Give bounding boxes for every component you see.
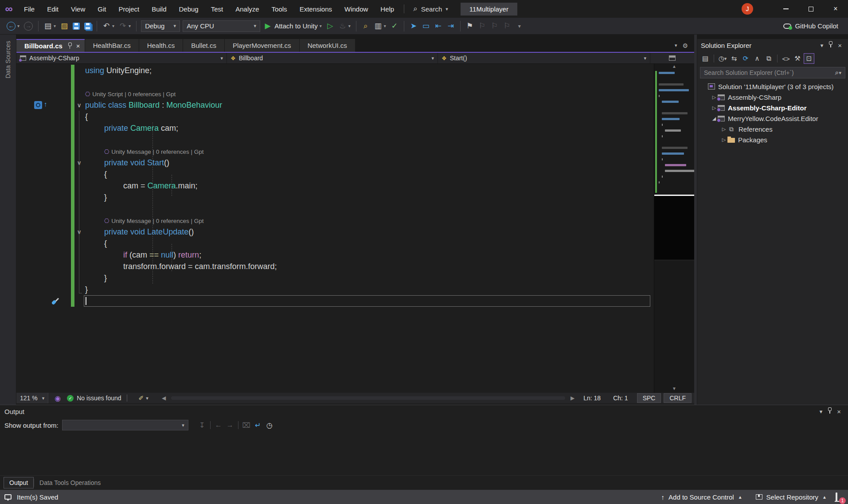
select-repository-button[interactable]: Select Repository ▲ <box>751 493 831 501</box>
code-line[interactable]: cam = Camera.main; <box>16 180 654 191</box>
search-box[interactable]: ⌕ Search ▾ <box>409 3 453 15</box>
word-wrap-button[interactable]: ↵ <box>252 420 264 430</box>
spell-checker-button[interactable]: ✓ <box>388 20 401 32</box>
code-line[interactable]: } <box>16 284 654 295</box>
time-info-button[interactable]: ◷ <box>264 420 275 430</box>
clear-all-button[interactable]: ⌧ <box>241 420 252 430</box>
redo-button[interactable]: ↷▾ <box>117 20 133 32</box>
document-health-indicator[interactable]: ✓ No issues found <box>67 395 121 402</box>
menu-view[interactable]: View <box>66 4 90 15</box>
view-code-button[interactable]: <> <box>781 53 791 64</box>
user-avatar[interactable]: J <box>742 3 753 15</box>
menu-window[interactable]: Window <box>339 4 373 15</box>
toolbar-overflow-button[interactable]: ▾ <box>513 22 526 31</box>
code-line[interactable]: { <box>16 238 654 249</box>
toggle-bookmark-button[interactable]: ⚑ <box>464 20 476 32</box>
output-source-dropdown[interactable]: ▾ <box>62 420 188 430</box>
code-line[interactable] <box>16 203 654 215</box>
indent-button[interactable]: ⇥ <box>445 20 457 32</box>
minimap-scrollbar[interactable]: ▲ ▼ <box>654 64 694 393</box>
clear-bookmarks-button[interactable]: ⚐ <box>501 20 513 32</box>
split-window-button[interactable] <box>669 55 676 61</box>
menu-project[interactable]: Project <box>113 4 145 15</box>
menu-git[interactable]: Git <box>92 4 111 15</box>
goto-message-button[interactable]: ↧ <box>196 420 208 430</box>
tab-billboard-cs[interactable]: Billboard.cs× <box>16 39 85 52</box>
menu-file[interactable]: File <box>19 4 40 15</box>
codelens-indicator[interactable]: ⎔Unity Script | 0 references | Gpt <box>16 88 654 99</box>
hscroll-right-arrow[interactable]: ▶ <box>568 395 577 401</box>
menu-extensions[interactable]: Extensions <box>294 4 337 15</box>
line-ending-toggle[interactable]: CRLF <box>664 393 692 403</box>
attach-to-unity-button[interactable]: ▶Attach to Unity▾ <box>262 20 324 32</box>
github-copilot-button[interactable]: GitHub Copilot <box>783 22 838 30</box>
solution-search-input[interactable]: Search Solution Explorer (Ctrl+`) ⌕ ▾ <box>700 67 845 78</box>
code-line[interactable]: } <box>16 272 654 284</box>
unity-script-gutter-icon[interactable] <box>34 101 42 109</box>
codelens-text[interactable]: ⎔Unity Message | 0 references | Gpt <box>104 218 203 224</box>
tree-item-solution-11multiplayer-3-of-3-projects-[interactable]: Solution '11Multiplayer' (3 of 3 project… <box>697 81 848 92</box>
document-list-dropdown-icon[interactable]: ▾ <box>675 43 677 48</box>
tree-item-assembly-csharp[interactable]: ▷Assembly-CSharp <box>697 92 848 102</box>
type-dropdown[interactable]: ❖ Billboard ▾ <box>227 53 438 63</box>
menu-debug[interactable]: Debug <box>174 4 204 15</box>
zoom-level-dropdown[interactable]: 121 % ▾ <box>16 393 48 403</box>
expander-collapsed-icon[interactable]: ▷ <box>720 137 727 143</box>
save-all-button[interactable] <box>82 21 94 31</box>
add-to-source-control-button[interactable]: ↑ Add to Source Control ▲ <box>657 493 747 501</box>
run-without-debugging-button[interactable]: ▷ <box>324 20 336 32</box>
navigate-backward-button[interactable]: ←▾ <box>4 20 22 32</box>
panel-tab-data-tools-operations[interactable]: Data Tools Operations <box>34 477 106 488</box>
hscroll-left-arrow[interactable]: ◀ <box>159 395 168 401</box>
close-panel-icon[interactable]: × <box>834 408 844 415</box>
codelens-indicator[interactable]: ⎔Unity Message | 0 references | Gpt <box>16 215 654 226</box>
refresh-button[interactable]: ⟳ <box>740 53 751 64</box>
previous-bookmark-button[interactable]: ⚐ <box>476 20 488 32</box>
codelens-indicator[interactable]: ⎔Unity Message | 0 references | Gpt <box>16 145 654 157</box>
code-line[interactable] <box>16 76 654 88</box>
collapse-all-button[interactable]: ∧ <box>752 53 762 64</box>
data-sources-tab[interactable]: Data Sources <box>4 41 12 78</box>
scroll-down-arrow[interactable]: ▼ <box>654 386 694 391</box>
scroll-up-arrow[interactable]: ▲ <box>654 64 694 69</box>
code-line[interactable]: using UnityEngine; <box>16 65 654 76</box>
properties-button[interactable]: ⚒ <box>792 53 803 64</box>
code-line[interactable]: { <box>16 168 654 180</box>
tab-bullet-cs[interactable]: Bullet.cs <box>183 39 224 52</box>
next-bookmark-button[interactable]: ⚐ <box>488 20 501 32</box>
pin-icon[interactable] <box>826 41 835 49</box>
menu-help[interactable]: Help <box>375 4 399 15</box>
minimize-button[interactable] <box>774 0 798 18</box>
tab-health-cs[interactable]: Health.cs <box>139 39 183 52</box>
code-line[interactable]: } <box>16 191 654 203</box>
notifications-button[interactable]: 1 <box>836 493 842 501</box>
code-line[interactable]: ↑∨public class Billboard : MonoBehaviour <box>16 99 654 111</box>
code-line[interactable] <box>16 134 654 145</box>
tab-networkui-cs[interactable]: NetworkUI.cs <box>300 39 355 52</box>
sync-with-active-document-button[interactable]: ⇆ <box>729 53 739 64</box>
menu-tools[interactable]: Tools <box>266 4 293 15</box>
code-line[interactable]: private Camera cam; <box>16 122 654 134</box>
fold-collapse-icon[interactable]: ∨ <box>74 99 84 111</box>
expander-collapsed-icon[interactable]: ▷ <box>720 126 727 132</box>
code-line[interactable]: { <box>16 111 654 122</box>
menu-edit[interactable]: Edit <box>42 4 64 15</box>
new-project-button[interactable]: ▤▾ <box>42 20 58 32</box>
next-message-button[interactable]: → <box>224 420 236 430</box>
navigate-forward-button[interactable]: → <box>22 20 35 32</box>
menu-build[interactable]: Build <box>146 4 172 15</box>
close-tab-icon[interactable]: × <box>76 42 80 50</box>
switch-views-button[interactable]: ▤ <box>700 53 711 64</box>
preview-selected-items-button[interactable]: ⊡ <box>804 53 814 64</box>
panel-options-dropdown-icon[interactable]: ▾ <box>818 42 826 49</box>
member-dropdown[interactable]: ❖ Start() ▾ <box>438 53 650 63</box>
tab-playermovement-cs[interactable]: PlayerMovement.cs <box>225 39 299 52</box>
tree-item-packages[interactable]: ▷Packages <box>697 134 848 145</box>
code-editor[interactable]: using UnityEngine;⎔Unity Script | 0 refe… <box>16 64 654 393</box>
insert-mode-toggle[interactable]: SPC <box>637 393 661 403</box>
tree-item-assembly-csharp-editor[interactable]: ▷Assembly-CSharp-Editor <box>697 102 848 113</box>
close-button[interactable]: × <box>823 0 848 18</box>
code-line[interactable]: ∨private void LateUpdate() <box>16 226 654 238</box>
intellisense-pointer-button[interactable]: ➤ <box>407 20 420 32</box>
output-window-button[interactable]: ▥▾ <box>372 20 388 32</box>
